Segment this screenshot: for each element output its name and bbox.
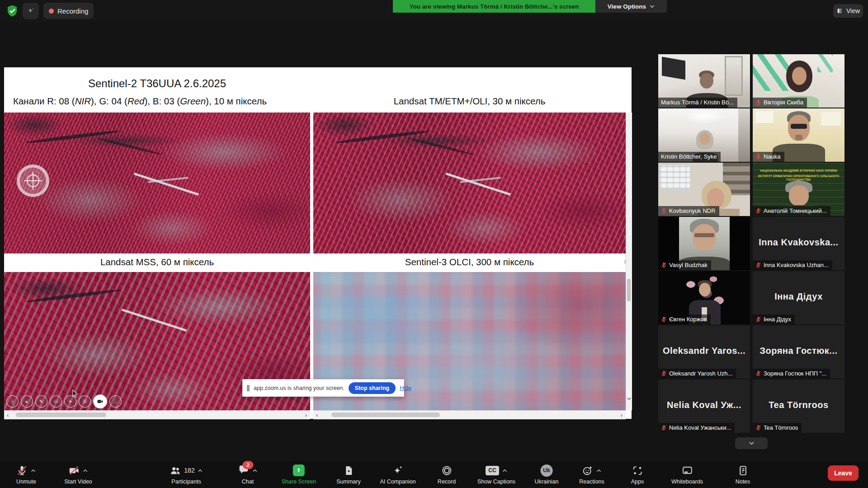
view-button[interactable]: View <box>833 4 863 18</box>
chevron-down-icon <box>749 441 755 445</box>
participant-tile[interactable]: Інна Дідух Інна Дідух <box>753 271 844 324</box>
participant-tile[interactable]: Євген Коржов <box>658 271 750 324</box>
chevron-up-icon[interactable] <box>502 469 507 472</box>
participant-tile[interactable]: Oleksandr Yaros... Oleksandr Yarosh Uzh.… <box>658 325 750 379</box>
mouse-cursor <box>72 389 79 399</box>
scrollbar-thumb[interactable] <box>627 279 631 301</box>
play-icon[interactable]: ▸ <box>21 395 33 408</box>
participant-tile[interactable]: НАЦІОНАЛЬНА АКАДЕМІЯ АГРАРНИХ НАУК УКРАЇ… <box>753 163 844 216</box>
chat-button[interactable]: 2 Chat <box>238 464 258 485</box>
scrollbar-thumb[interactable] <box>331 413 440 417</box>
participant-name-label: Oleksandr Yarosh Uzh... <box>658 369 736 379</box>
chevron-up-icon[interactable] <box>83 469 88 472</box>
map-navigation-compass[interactable] <box>17 164 49 197</box>
scroll-right-icon[interactable]: › <box>305 411 307 419</box>
ai-companion-button[interactable]: AI Companion <box>380 464 415 485</box>
scroll-left-icon[interactable]: ‹ <box>316 411 318 419</box>
annotate-pencil-icon[interactable]: ✎ <box>35 395 47 408</box>
share-screen-button[interactable]: Share Screen <box>282 464 316 485</box>
whiteboards-button[interactable]: Whiteboards <box>671 464 703 485</box>
participant-tile[interactable]: Vasyl Budzhak <box>658 217 750 270</box>
pause-icon[interactable] <box>247 385 250 391</box>
participant-tile[interactable]: Kristin Böttcher, Syke <box>658 108 750 162</box>
reactions-smiley-icon <box>582 465 594 476</box>
river-streak <box>26 129 120 145</box>
chevron-down-icon[interactable] <box>627 394 632 402</box>
leave-button[interactable]: Leave <box>828 465 859 481</box>
muted-mic-icon <box>661 208 667 214</box>
record-circle-icon <box>441 465 452 476</box>
chevron-up-icon[interactable] <box>198 469 203 472</box>
prev-icon[interactable]: ‹ <box>6 395 19 408</box>
participant-name-label: Інна Дідух <box>753 314 795 324</box>
participant-display-name: Nelia Koval Уж... <box>658 400 750 410</box>
layers-icon[interactable]: ☰ <box>79 395 91 408</box>
muted-mic-icon <box>661 371 667 376</box>
participant-tile[interactable]: Nelia Koval Уж... Nelia Koval Ужанськи..… <box>658 380 750 433</box>
participant-tile[interactable]: Nauka <box>753 108 844 162</box>
hide-link[interactable]: Hide <box>400 385 411 391</box>
scroll-left-icon[interactable]: ‹ <box>7 411 9 419</box>
collapse-gallery-button[interactable] <box>735 437 768 449</box>
vertical-scrollbar[interactable] <box>626 113 632 410</box>
camera-off-icon <box>69 465 80 476</box>
participants-button[interactable]: 182 Participants <box>170 464 203 485</box>
view-options-button[interactable]: View Options <box>595 0 667 13</box>
scroll-right-icon[interactable]: › <box>621 411 623 419</box>
muted-mic-icon <box>661 425 667 431</box>
summary-doc-icon <box>343 465 354 476</box>
stop-sharing-button[interactable]: Stop sharing <box>349 382 396 394</box>
camera-capture-button[interactable] <box>93 394 107 408</box>
interpretation-language-button[interactable]: Uk Ukrainian <box>535 464 559 485</box>
participant-display-name: Інна Дідух <box>753 291 844 302</box>
horizontal-scrollbar-right[interactable]: ‹ › <box>313 410 626 419</box>
start-video-button[interactable]: Start Video <box>64 464 92 485</box>
landsat-tm-title: Landsat TM/ETM+/OLI, 30 м піксель <box>313 96 626 107</box>
chevron-up-icon[interactable] <box>253 469 258 472</box>
wall-poster <box>660 165 690 189</box>
show-captions-button[interactable]: CC Show Captions <box>477 464 515 485</box>
participant-tile[interactable]: Вікторія Скиба <box>753 54 844 108</box>
reactions-button[interactable]: Reactions <box>579 464 604 485</box>
unmute-button[interactable]: Unmute <box>16 464 36 485</box>
notes-button[interactable]: Notes <box>736 464 750 485</box>
participant-name-label: Markus Törmä / Kristin Bö... <box>658 98 737 108</box>
apps-icon <box>632 465 643 476</box>
participant-name-label: Kristin Böttcher, Syke <box>658 152 721 162</box>
recording-label: Recording <box>57 7 88 15</box>
chevron-up-icon[interactable] <box>597 469 602 472</box>
chat-unread-badge: 2 <box>243 461 254 469</box>
shared-screen-window: Sentinel-2 T36UUA 2.6.2025 Канали R: 08 … <box>4 67 632 419</box>
ai-sparkle-icon[interactable] <box>23 3 39 19</box>
muted-mic-icon <box>661 316 667 322</box>
share-screen-icon <box>293 465 305 476</box>
stop-icon[interactable]: ▭ <box>50 395 62 408</box>
participant-name-label: Kovbasnyuk NDR <box>658 206 719 216</box>
chevron-up-icon[interactable] <box>31 469 36 472</box>
muted-mic-icon <box>755 99 761 105</box>
participant-tile[interactable]: Tea Törnroos Tea Törnroos <box>753 380 844 433</box>
participant-tile[interactable]: Зоряна Гостюк... Зоряна Гостюк НПП "... <box>753 325 844 379</box>
chevron-down-icon <box>650 5 655 8</box>
muted-mic-icon <box>755 425 761 431</box>
muted-mic-icon <box>661 262 667 268</box>
security-shield-icon[interactable] <box>5 4 19 18</box>
ai-companion-star-icon <box>392 465 404 476</box>
channels-subtitle: Канали R: 08 (NIR), G: 04 (Red), B: 03 (… <box>13 96 267 107</box>
horizontal-scrollbar-left[interactable]: ‹ › <box>4 410 310 419</box>
participant-tile[interactable]: Kovbasnyuk NDR <box>658 163 750 216</box>
meeting-top-bar: Recording You are viewing Markus Törmä /… <box>0 0 868 22</box>
participant-name-label: Євген Коржов <box>658 314 711 324</box>
participant-tile[interactable]: Inna Kvakovska... Inna Kvakovska Uzhan..… <box>753 217 844 270</box>
participant-display-name: Inna Kvakovska... <box>753 237 844 248</box>
summary-button[interactable]: Summary <box>336 464 360 485</box>
apps-button[interactable]: Apps <box>631 464 644 485</box>
more-icon[interactable]: … <box>109 395 122 408</box>
participant-name-label: Nelia Koval Ужанськи... <box>658 423 735 433</box>
landsat-tm-image <box>313 113 626 253</box>
participant-tile[interactable]: Markus Törmä / Kristin Bö... <box>658 54 750 108</box>
media-player-controls[interactable]: ‹ ▸ ✎ ▭ ✛ ☰ … <box>6 394 122 408</box>
muted-mic-icon <box>755 262 761 268</box>
record-button[interactable]: Record <box>438 464 456 485</box>
scrollbar-thumb[interactable] <box>16 413 106 417</box>
